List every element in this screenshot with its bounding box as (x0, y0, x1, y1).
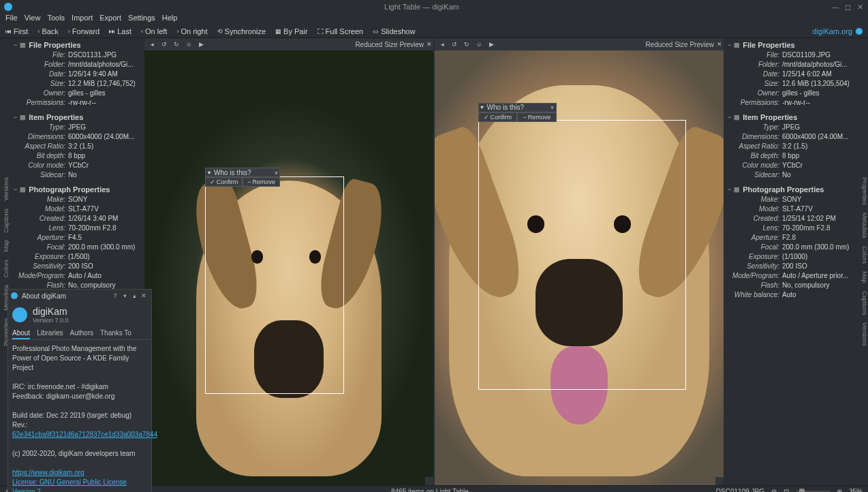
section-icon: ▦ (734, 114, 740, 121)
prop-label: Model: (14, 204, 68, 214)
on-left-button[interactable]: ‹On left (141, 27, 167, 35)
tab-properties-right[interactable]: Properties (858, 175, 868, 207)
prop-value: 12.2 MiB (12,746,752) (68, 79, 140, 89)
prop-label: Bit depth: (728, 151, 782, 161)
menu-export[interactable]: Export (99, 14, 121, 25)
face-name-input[interactable]: ♥Who is this?▾ (478, 103, 557, 112)
prop-value: No, compulsory (782, 281, 854, 290)
dropdown-icon[interactable]: ▾ (273, 169, 279, 176)
collapse-toggle-icon[interactable]: − (728, 186, 731, 193)
menu-tools[interactable]: Tools (47, 14, 65, 25)
right-photo[interactable]: ♥Who is this?▾ ✓Confirm −Remove (435, 50, 724, 485)
prop-label: Aperture: (728, 233, 782, 243)
rotate-left-icon[interactable]: ↺ (450, 40, 459, 49)
slideshow-button[interactable]: ▭Slideshow (373, 27, 415, 35)
prop-label: Permissions: (728, 98, 782, 108)
first-button[interactable]: ⏮First (5, 27, 28, 35)
prop-label: White balance: (728, 290, 782, 300)
minimize-icon[interactable]: — (831, 3, 839, 11)
last-button[interactable]: ⏭Last (109, 27, 131, 35)
prop-row: Owner:gilles - gilles (14, 89, 140, 98)
tab-colors-left[interactable]: Colors (0, 258, 10, 279)
about-rev-link[interactable]: 62e341cba9f3121d6a712837ce1d33a003a7844 (12, 431, 157, 438)
about-license-link[interactable]: License: GNU General Public License Vers… (12, 478, 127, 492)
right-side-tabs: Properties Metadata Colors Map Captions … (858, 38, 868, 485)
close-dialog-icon[interactable]: ✕ (139, 291, 149, 301)
collapse-toggle-icon[interactable]: − (14, 186, 17, 193)
nav-arrow-icon[interactable]: ◂ (437, 40, 447, 49)
menu-file[interactable]: File (5, 14, 18, 25)
app-icon (4, 3, 12, 11)
zoom-in-icon[interactable]: ⊕ (837, 488, 842, 492)
dropdown-icon[interactable]: ▾ (549, 104, 556, 111)
collapse-toggle-icon[interactable]: − (728, 42, 731, 48)
left-photo[interactable]: ♥Who is this?▾ ✓Confirm −Remove (144, 50, 433, 485)
collapse-icon[interactable]: ▾ (120, 291, 129, 301)
forward-button[interactable]: ›Forward (68, 27, 99, 35)
face-detection-box[interactable] (205, 176, 344, 394)
section-header: Item Properties (743, 113, 797, 121)
prop-label: Owner: (728, 89, 782, 98)
zoom-fit-icon[interactable]: ⊡ (784, 488, 789, 492)
about-version: Version 7.0.0 (33, 317, 69, 324)
help-icon[interactable]: ? (110, 291, 120, 301)
tab-captions-right[interactable]: Captions (858, 289, 868, 318)
on-right-button[interactable]: ›On right (176, 27, 207, 35)
zoom-out-icon[interactable]: ⊖ (771, 488, 777, 492)
preview-size-label: Reduced Size Preview (645, 41, 714, 48)
remove-face-button[interactable]: −Remove (243, 177, 280, 187)
tab-captions-left[interactable]: Captions (0, 206, 10, 235)
confirm-face-button[interactable]: ✓Confirm (205, 177, 243, 187)
face-name-input[interactable]: ♥Who is this?▾ (205, 168, 280, 177)
prop-value: 70-200mm F2.8 (782, 224, 854, 233)
menubar: File View Tools Import Export Settings H… (0, 14, 868, 25)
tab-colors-right[interactable]: Colors (858, 244, 868, 266)
full-screen-button[interactable]: ⛶Full Screen (317, 27, 364, 35)
about-tab-about[interactable]: About (12, 328, 30, 339)
face-detect-icon[interactable]: ☺ (474, 40, 484, 49)
remove-face-button[interactable]: −Remove (517, 112, 557, 122)
prop-label: Date: (728, 70, 782, 79)
about-tab-libraries[interactable]: Libraries (37, 328, 63, 339)
menu-help[interactable]: Help (162, 14, 178, 25)
confirm-face-button[interactable]: ✓Confirm (478, 112, 518, 122)
about-home-link[interactable]: https://www.digikam.org (12, 469, 84, 476)
tab-metadata-right[interactable]: Metadata (858, 211, 868, 241)
prop-value: 200.0 mm (300.0 mm) (782, 243, 854, 252)
close-preview-icon[interactable]: ✕ (717, 41, 722, 48)
rotate-right-icon[interactable]: ↻ (462, 40, 471, 49)
tab-map-left[interactable]: Map (0, 238, 10, 254)
face-detect-icon[interactable]: ☺ (184, 40, 193, 49)
about-title: About digiKam (22, 292, 110, 300)
play-icon[interactable]: ▶ (486, 40, 496, 49)
nav-arrow-icon[interactable]: ◂ (147, 40, 157, 49)
play-icon[interactable]: ▶ (196, 40, 206, 49)
prop-label: File: (728, 50, 782, 60)
tab-versions-left[interactable]: Versions (0, 175, 10, 203)
about-copyright: (c) 2002-2020, digiKam developers team (12, 449, 147, 459)
about-tab-thanks[interactable]: Thanks To (100, 328, 131, 339)
collapse-toggle-icon[interactable]: − (728, 114, 731, 121)
menu-settings[interactable]: Settings (128, 14, 155, 25)
right-properties-panel: − ▦ File PropertiesFile:DSC01109.JPGFold… (724, 38, 858, 485)
face-detection-box[interactable] (478, 120, 686, 390)
digikam-link[interactable]: digiKam.org (812, 27, 863, 35)
by-pair-button[interactable]: ▦By Pair (275, 27, 307, 35)
tab-map-right[interactable]: Map (858, 269, 868, 286)
synchronize-button[interactable]: ⟲Synchronize (217, 27, 266, 35)
rotate-left-icon[interactable]: ↺ (159, 40, 169, 49)
expand-icon[interactable]: ▴ (129, 291, 139, 301)
close-preview-icon[interactable]: ✕ (427, 41, 432, 48)
back-button[interactable]: ‹Back (37, 27, 58, 35)
collapse-toggle-icon[interactable]: − (14, 114, 17, 121)
menu-view[interactable]: View (25, 14, 41, 25)
prop-row: Dimensions:6000x4000 (24.00M... (14, 132, 140, 142)
tab-versions-right[interactable]: Versions (858, 320, 868, 348)
maximize-icon[interactable]: ◻ (843, 3, 852, 11)
collapse-toggle-icon[interactable]: − (14, 42, 17, 48)
menu-import[interactable]: Import (72, 14, 93, 25)
close-icon[interactable]: ✕ (856, 3, 864, 11)
about-tab-authors[interactable]: Authors (70, 328, 93, 339)
rotate-right-icon[interactable]: ↻ (172, 40, 181, 49)
window-title: Light Table — digiKam (12, 3, 831, 11)
